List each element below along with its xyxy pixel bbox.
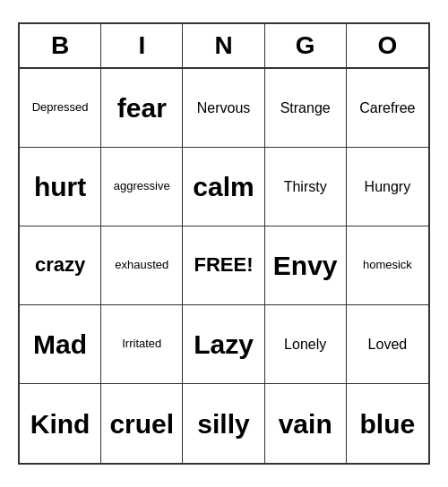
- bingo-grid: DepressedfearNervousStrangeCarefreehurta…: [20, 69, 428, 463]
- cell-text: Depressed: [32, 101, 89, 114]
- bingo-header: BINGO: [20, 24, 428, 69]
- bingo-cell[interactable]: crazy: [20, 226, 101, 305]
- cell-text: vain: [279, 409, 332, 439]
- bingo-cell[interactable]: exhausted: [101, 226, 183, 305]
- bingo-cell[interactable]: blue: [347, 384, 428, 463]
- cell-text: calm: [193, 172, 254, 201]
- cell-text: exhausted: [115, 259, 168, 271]
- cell-text: blue: [360, 409, 416, 439]
- cell-text: Strange: [280, 100, 331, 116]
- cell-text: Mad: [33, 329, 87, 359]
- cell-text: cruel: [109, 409, 174, 439]
- bingo-cell[interactable]: Loved: [347, 305, 428, 384]
- bingo-cell[interactable]: FREE!: [183, 226, 264, 305]
- bingo-cell[interactable]: Nervous: [183, 69, 264, 148]
- bingo-cell[interactable]: Thirsty: [265, 148, 347, 226]
- bingo-cell[interactable]: Carefree: [347, 69, 428, 148]
- cell-text: Hungry: [365, 179, 411, 195]
- bingo-cell[interactable]: Irritated: [101, 305, 183, 384]
- cell-text: Thirsty: [284, 179, 327, 195]
- cell-text: Loved: [368, 337, 408, 353]
- header-letter: N: [183, 24, 264, 67]
- bingo-cell[interactable]: calm: [183, 148, 264, 226]
- bingo-cell[interactable]: hurt: [20, 148, 101, 226]
- header-letter: O: [347, 24, 428, 67]
- cell-text: silly: [197, 409, 249, 439]
- bingo-cell[interactable]: Mad: [20, 305, 101, 384]
- cell-text: Lazy: [194, 329, 254, 359]
- bingo-cell[interactable]: homesick: [347, 226, 428, 305]
- cell-text: Kind: [30, 409, 90, 439]
- bingo-cell[interactable]: Lazy: [183, 305, 264, 384]
- bingo-cell[interactable]: silly: [183, 384, 264, 463]
- bingo-cell[interactable]: aggressive: [101, 148, 183, 226]
- cell-text: Lonely: [284, 337, 326, 353]
- cell-text: Nervous: [197, 100, 251, 116]
- bingo-cell[interactable]: Depressed: [20, 69, 101, 148]
- bingo-cell[interactable]: Kind: [20, 384, 101, 463]
- cell-text: FREE!: [194, 254, 253, 276]
- cell-text: Irritated: [122, 337, 161, 350]
- header-letter: G: [265, 24, 347, 67]
- bingo-cell[interactable]: Envy: [265, 226, 347, 305]
- cell-text: Carefree: [359, 100, 415, 116]
- bingo-cell[interactable]: Strange: [265, 69, 347, 148]
- cell-text: hurt: [34, 172, 86, 201]
- cell-text: Envy: [273, 251, 338, 280]
- bingo-cell[interactable]: Hungry: [347, 148, 428, 226]
- bingo-cell[interactable]: fear: [101, 69, 183, 148]
- header-letter: B: [20, 24, 101, 67]
- cell-text: homesick: [363, 259, 412, 271]
- bingo-cell[interactable]: vain: [265, 384, 347, 463]
- header-letter: I: [101, 24, 183, 67]
- bingo-card: BINGO DepressedfearNervousStrangeCarefre…: [18, 22, 430, 465]
- cell-text: crazy: [35, 254, 85, 276]
- bingo-cell[interactable]: cruel: [101, 384, 183, 463]
- bingo-cell[interactable]: Lonely: [265, 305, 347, 384]
- cell-text: fear: [117, 93, 167, 123]
- cell-text: aggressive: [114, 180, 170, 192]
